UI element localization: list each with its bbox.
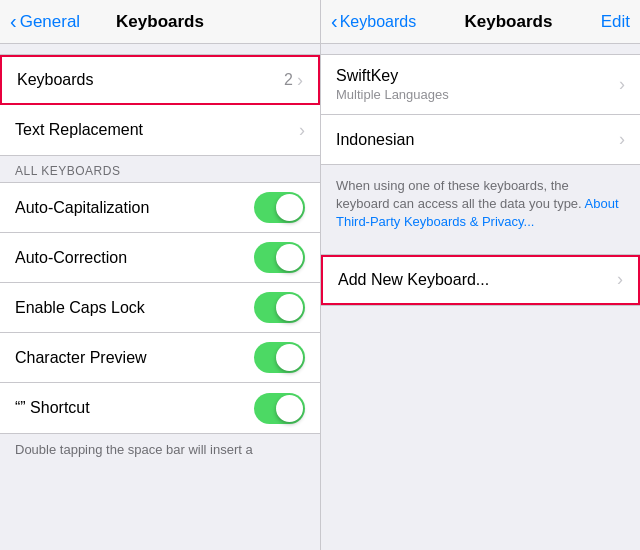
toggles-list: Auto-Capitalization Auto-Correction Enab… [0,182,320,434]
right-panel: ‹ Keyboards Keyboards Edit SwiftKey Mult… [320,0,640,550]
right-nav-title: Keyboards [465,12,553,32]
keyboards-label: Keyboards [17,71,94,89]
keyboards-count: 2 [284,71,293,89]
text-replacement-chevron: › [299,120,305,141]
bottom-note: Double tapping the space bar will insert… [0,434,320,465]
toggle-label-1: Auto-Correction [15,249,127,267]
toggle-3[interactable] [254,342,305,373]
toggle-row-3: Character Preview [0,333,320,383]
toggle-label-3: Character Preview [15,349,147,367]
keyboards-chevron: › [297,70,303,91]
text-replacement-label: Text Replacement [15,121,143,139]
keyboard-subtitle-0: Multiple Languages [336,87,449,102]
toggle-row-0: Auto-Capitalization [0,183,320,233]
keyboard-title-0: SwiftKey [336,67,449,85]
keyboard-item-0-content: SwiftKey Multiple Languages [336,67,449,102]
toggle-row-1: Auto-Correction [0,233,320,283]
back-icon: ‹ [10,10,17,33]
add-keyboard-label: Add New Keyboard... [338,271,489,289]
keyboard-item-0-row: SwiftKey Multiple Languages › [336,67,625,102]
keyboard-item-1[interactable]: Indonesian › [321,115,640,165]
toggle-label-2: Enable Caps Lock [15,299,145,317]
add-keyboard-section: Add New Keyboard... › [321,254,640,306]
keyboards-item[interactable]: Keyboards 2 › [0,55,320,105]
keyboards-list: SwiftKey Multiple Languages › Indonesian… [321,54,640,165]
keyboards-right: 2 › [284,70,303,91]
left-nav-bar: ‹ General Keyboards [0,0,320,44]
right-back-label: Keyboards [340,13,417,31]
toggle-2[interactable] [254,292,305,323]
right-back-icon: ‹ [331,10,338,33]
add-keyboard-item[interactable]: Add New Keyboard... › [321,255,640,305]
keyboard-title-1: Indonesian [336,131,414,149]
keyboard-chevron-1: › [619,129,625,150]
left-panel: ‹ General Keyboards Keyboards 2 › Text R… [0,0,320,550]
left-nav-title: Keyboards [116,12,204,32]
info-text: When using one of these keyboards, the k… [336,178,585,211]
back-button[interactable]: ‹ General [10,10,80,33]
toggle-row-2: Enable Caps Lock [0,283,320,333]
back-label: General [20,12,80,32]
info-box: When using one of these keyboards, the k… [321,165,640,244]
toggle-label-0: Auto-Capitalization [15,199,149,217]
keyboard-item-1-row: Indonesian › [336,129,625,150]
toggle-1[interactable] [254,242,305,273]
edit-button[interactable]: Edit [601,12,630,32]
right-nav-bar: ‹ Keyboards Keyboards Edit [321,0,640,44]
keyboard-chevron-0: › [619,74,625,95]
toggle-label-4: “” Shortcut [15,399,90,417]
right-back-button[interactable]: ‹ Keyboards [331,10,416,33]
text-replacement-right: › [299,120,305,141]
text-replacement-item[interactable]: Text Replacement › [0,105,320,155]
add-keyboard-chevron: › [617,269,623,290]
toggle-0[interactable] [254,192,305,223]
toggle-row-4: “” Shortcut [0,383,320,433]
keyboard-item-0[interactable]: SwiftKey Multiple Languages › [321,55,640,115]
toggle-4[interactable] [254,393,305,424]
all-keyboards-header: ALL KEYBOARDS [0,156,320,182]
main-settings-list: Keyboards 2 › Text Replacement › [0,54,320,156]
